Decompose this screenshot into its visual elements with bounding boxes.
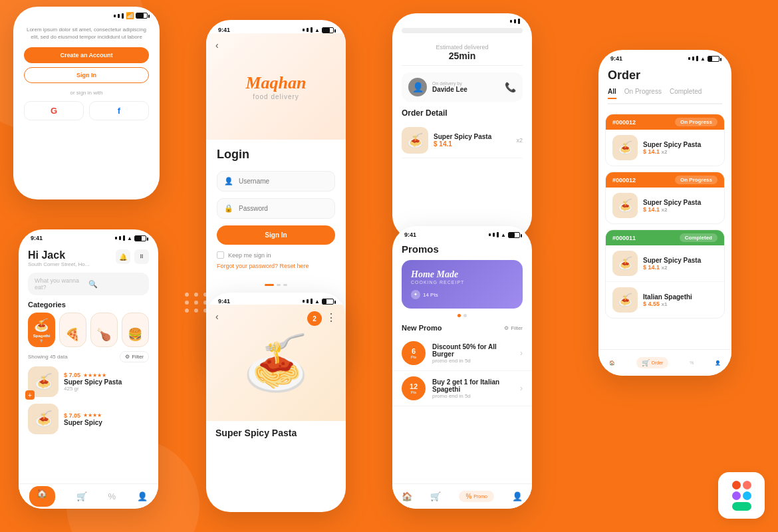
food-detail-emoji: 🍝 <box>243 332 309 394</box>
order-id-2: #000012 <box>612 177 636 184</box>
menu-dots-button[interactable]: ⋮ <box>326 311 336 324</box>
order-food-name-1: Super Spicy Pasta <box>643 141 717 148</box>
battery-promos <box>508 232 520 238</box>
food-item-1[interactable]: 🍝 + $ 7.05 ★★★★★ Super Spicy Pasta 425 g… <box>28 366 149 397</box>
time-order-list: 9:41 <box>610 55 622 62</box>
nav-profile-ol[interactable]: 👤 <box>715 360 721 366</box>
login-button[interactable]: Sign In <box>217 225 335 245</box>
add-food-1-button[interactable]: + <box>25 390 35 400</box>
status-icons-ol: ▲ <box>688 56 719 62</box>
category-burger[interactable]: 🍔 <box>122 313 149 347</box>
sig2 <box>307 28 309 32</box>
search-bar[interactable]: What you wanna eat? 🔍 <box>28 273 149 295</box>
social-row: G f <box>24 101 149 120</box>
password-field[interactable]: 🔒 <box>217 198 335 219</box>
nav-home[interactable]: 🏠 Home <box>29 486 55 507</box>
keep-signin-checkbox[interactable] <box>217 251 224 259</box>
nav-home-ol[interactable]: 🏠 <box>609 360 615 366</box>
figma-logo <box>718 472 765 519</box>
home-greeting: Hi Jack <box>28 249 90 261</box>
sig1 <box>303 29 305 31</box>
back-button-login[interactable]: ‹ <box>215 40 219 51</box>
call-driver-button[interactable]: 📞 <box>505 82 516 92</box>
profile-icon-ol: 👤 <box>715 360 721 366</box>
nav-profile[interactable]: 👤 <box>137 491 148 501</box>
nav-order-ol[interactable]: 🛒 Order <box>636 357 669 368</box>
sig-h3 <box>123 235 125 241</box>
order-food-name-2: Super Spicy Pasta <box>643 199 717 206</box>
order-card-1[interactable]: #000012 On Progress 🍝 Super Spicy Pasta … <box>605 114 725 166</box>
order-food-qty-2: x2 <box>662 207 668 213</box>
food-image-1: 🍝 + <box>28 366 59 397</box>
order-detail-content: Estimated delivered 25min 👤 On delivery … <box>392 37 532 165</box>
order-detail-title: Order Detail <box>402 108 523 118</box>
promo-item-2[interactable]: 12 Pts Buy 2 get 1 for Italian Spagethi … <box>392 371 532 406</box>
sig-od2 <box>514 19 516 23</box>
promo-banner-title: Home Made <box>411 269 513 280</box>
category-spagethi[interactable]: 🍝 Spagethi ▾ <box>28 313 55 347</box>
pts-badge-icon: ✦ <box>411 290 420 299</box>
food-price-2: $ 7.05 <box>64 412 80 419</box>
menu-button[interactable]: ⠿ <box>134 249 149 264</box>
phone-order-list: 9:41 ▲ Order All On Progress Completed #… <box>598 50 731 376</box>
sig-h1 <box>115 237 117 239</box>
food-price-row-2: $ 7.05 ★★★★ <box>64 412 149 419</box>
driver-name: Davide Lee <box>432 86 505 93</box>
order-item-row: 🍝 Super Spicy Pasta $ 14.1 x2 <box>402 123 523 158</box>
phone-signin: 📶 Lorem ipsum dolor sit amet, consectetu… <box>13 7 160 200</box>
phone-header-promos: 9:41 ▲ <box>392 226 532 238</box>
reset-link[interactable]: Reset here <box>280 263 309 269</box>
order-item-info: Super Spicy Pasta $ 14.1 <box>434 133 511 148</box>
page-dots-login <box>206 277 346 293</box>
order-label-ol: Order <box>652 360 664 365</box>
facebook-signin-button[interactable]: f <box>89 101 149 120</box>
nav-promo-ol[interactable]: % <box>690 360 694 365</box>
order-card-1-header: #000012 On Progress <box>606 114 724 130</box>
nav-home-promos[interactable]: 🏠 <box>402 491 412 501</box>
food-price-1: $ 7.05 <box>64 372 80 378</box>
order-food-price-3a: $ 14.1 x2 <box>643 264 717 271</box>
wifi-icon-login: ▲ <box>315 27 320 33</box>
filter-button[interactable]: ⚙ Filter <box>120 351 149 362</box>
signin-button[interactable]: Sign In <box>24 67 149 83</box>
nav-promo[interactable]: % <box>108 491 116 501</box>
notification-button[interactable]: 🔔 <box>116 249 130 264</box>
food-item-2[interactable]: 🍝 $ 7.05 ★★★★ Super Spicy <box>28 404 149 434</box>
promo-banner[interactable]: Home Made COOKING RECEIPT ✦ 14 Pts <box>402 260 523 309</box>
username-input[interactable] <box>239 178 328 185</box>
password-input[interactable] <box>239 205 328 212</box>
promo-nav-icon: % <box>108 491 116 501</box>
order-card-2[interactable]: #000012 On Progress 🍝 Super Spicy Pasta … <box>605 172 725 224</box>
filter-icon: ⚙ <box>125 354 130 360</box>
estimated-time: 25min <box>402 51 523 61</box>
back-button-food-detail[interactable]: ‹ <box>215 311 219 322</box>
username-field[interactable]: 👤 <box>217 171 335 192</box>
promo-filter-button[interactable]: ⚙ Filter <box>504 325 523 331</box>
status-icons-fd: ▲ <box>303 299 334 305</box>
google-signin-button[interactable]: G <box>24 101 84 120</box>
pts-circle-2: 12 Pts <box>402 376 426 400</box>
order-item-price: $ 14.1 <box>434 140 511 148</box>
battery-ol <box>708 56 719 62</box>
tab-completed[interactable]: Completed <box>670 88 702 99</box>
nav-cart[interactable]: 🛒 <box>76 491 87 501</box>
banner-dots <box>402 314 523 317</box>
lock-icon: 🔒 <box>224 204 233 213</box>
create-account-button[interactable]: Create an Account <box>24 47 149 63</box>
nav-profile-promos[interactable]: 👤 <box>512 491 523 501</box>
tab-all[interactable]: All <box>608 88 616 99</box>
location-bar <box>402 28 523 33</box>
promo-icon-active: % <box>465 493 471 500</box>
nav-cart-promos[interactable]: 🛒 <box>430 491 441 501</box>
status-icons-signin: 📶 <box>114 12 148 19</box>
figma-dot-orange <box>743 481 751 489</box>
order-card-3[interactable]: #000011 Completed 🍝 Super Spicy Pasta $ … <box>605 229 725 319</box>
promo-text-2: Buy 2 get 1 for Italian Spagethi promo e… <box>432 378 513 399</box>
nav-promo-promos[interactable]: % Promo <box>459 491 494 502</box>
category-pizza[interactable]: 🍕 <box>59 313 86 347</box>
login-hero: ‹ Maqhan food delivery <box>206 33 346 140</box>
promo-item-1[interactable]: 6 Pts Discount 50% for All Burger promo … <box>392 336 532 371</box>
tab-on-progress[interactable]: On Progress <box>624 88 662 99</box>
order-list-nav: 🏠 🛒 Order % 👤 <box>598 349 731 376</box>
category-chicken[interactable]: 🍗 <box>90 313 118 347</box>
